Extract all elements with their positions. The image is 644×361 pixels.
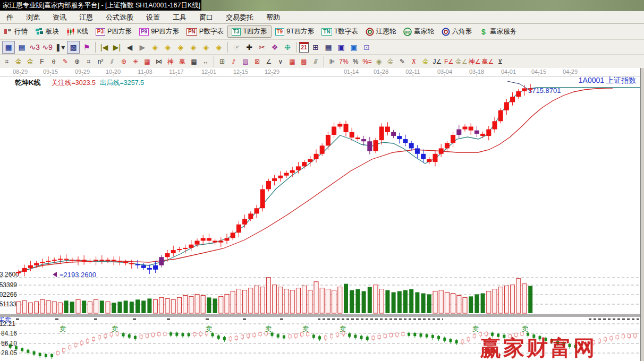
- flag-chart-icon[interactable]: ⚑: [81, 41, 92, 53]
- p9-square-button[interactable]: P99P四方形: [135, 26, 183, 37]
- h-measure-icon[interactable]: ↔: [200, 56, 211, 66]
- shen-tool-icon[interactable]: 神: [165, 56, 176, 66]
- red-circle-cross-icon[interactable]: ⊕: [118, 56, 129, 66]
- diamond-compress-icon[interactable]: ◈: [188, 41, 199, 53]
- diamond-expand-icon[interactable]: ◈: [175, 41, 187, 53]
- grid123-icon[interactable]: ▦: [189, 56, 199, 66]
- quote-button[interactable]: 行情: [0, 26, 31, 37]
- info-document-icon[interactable]: ▤: [16, 41, 28, 53]
- goto-last-icon[interactable]: ▶|: [111, 41, 123, 53]
- menu-item[interactable]: 件: [0, 11, 20, 23]
- hand-drag-icon[interactable]: ☞: [231, 41, 242, 53]
- menu-item[interactable]: 工具: [166, 11, 193, 23]
- gold-angle0-icon[interactable]: 金: [420, 56, 431, 66]
- spiral-icon[interactable]: ⍬: [48, 56, 59, 66]
- press-line-icon[interactable]: ⊼: [409, 56, 419, 66]
- p-square-button[interactable]: P3P四方形: [92, 26, 135, 37]
- percent-icon[interactable]: %: [350, 56, 361, 66]
- menu-item[interactable]: 浏览: [20, 11, 46, 23]
- pen-flame-icon[interactable]: ✎: [397, 56, 408, 66]
- window-grid-icon[interactable]: ▦: [2, 41, 15, 54]
- hash-grid-icon[interactable]: ⌗: [83, 56, 94, 66]
- toolbar-navigation: ▦▤∿3∿9❚▾▩⚑|◀▶|◀▶◈◈◈◈◈◈☞✚✂❖❉21⊞▤▣▣⊡: [0, 40, 644, 55]
- gold-circle-icon[interactable]: ◉: [374, 56, 384, 66]
- blocks-button[interactable]: 板块: [31, 26, 63, 37]
- toolbar-button-label: K线: [77, 27, 88, 36]
- toolbar-button-label: 赢家轮: [414, 27, 434, 36]
- red-star-icon[interactable]: ✳: [130, 56, 141, 66]
- menu-item[interactable]: 帮助: [260, 11, 286, 23]
- t-table-button[interactable]: TNT数字表: [318, 26, 361, 37]
- percent-level-icon[interactable]: %=: [362, 56, 372, 66]
- diamond-shift-left-icon[interactable]: ◈: [149, 41, 161, 53]
- page-back-icon[interactable]: ◀: [124, 41, 135, 53]
- diamond-shift-right-icon[interactable]: ◈: [162, 41, 174, 53]
- red-grid-icon[interactable]: ▦: [142, 56, 152, 66]
- candle-style-dropdown-icon[interactable]: ❚▾: [54, 41, 66, 53]
- hexagon-button[interactable]: 六角形: [438, 26, 476, 37]
- menu-item[interactable]: 公式选股: [99, 11, 140, 23]
- bar-scale-icon[interactable]: ⊫: [327, 56, 337, 66]
- winner-wheel-button[interactable]: Big赢家轮: [400, 26, 438, 37]
- gold-line-icon[interactable]: 金: [385, 56, 396, 66]
- red-lattice-icon[interactable]: ▦: [287, 56, 298, 66]
- scissors-icon[interactable]: ✂: [256, 41, 268, 53]
- menu-item[interactable]: 交易委托: [219, 11, 260, 23]
- calendar-icon[interactable]: 21: [299, 42, 309, 53]
- shen-angle-icon[interactable]: 神∠: [469, 56, 481, 66]
- winner-service-button[interactable]: $赢家服务: [476, 26, 520, 37]
- chart-canvas[interactable]: 卖卖卖卖卖卖卖卖: [0, 68, 640, 361]
- percent-line-icon[interactable]: 7%: [338, 56, 349, 66]
- package-icon[interactable]: ⊡: [361, 41, 372, 53]
- w-angle-icon[interactable]: ⊻: [495, 56, 505, 66]
- grid-tool-icon[interactable]: ⌗: [2, 56, 12, 66]
- pencil-angle-icon[interactable]: ∠: [264, 56, 274, 66]
- n-square-icon[interactable]: n²: [95, 56, 106, 66]
- slash-lines-icon[interactable]: ⫻: [310, 56, 321, 66]
- red-lattice2-icon[interactable]: ▩: [299, 56, 309, 66]
- f-angle-icon[interactable]: F∠: [444, 56, 454, 66]
- wave9-chart-icon[interactable]: ∿9: [41, 41, 53, 53]
- box-lines-icon[interactable]: ⊠: [252, 56, 262, 66]
- page-forward-icon[interactable]: ▶: [137, 41, 148, 53]
- ying-angle-icon[interactable]: 赢∠: [482, 56, 494, 66]
- crosshair-icon[interactable]: ✚: [243, 41, 255, 53]
- menu-item[interactable]: 资讯: [46, 11, 73, 23]
- diamond-zoom-out-icon[interactable]: ◈: [213, 41, 225, 53]
- t9-square-button[interactable]: T99T四方形: [272, 26, 318, 37]
- toolbar-button-label: 赢家服务: [490, 27, 516, 36]
- f-grid-icon[interactable]: F: [37, 56, 47, 66]
- ribbon-tool-icon[interactable]: ❖: [269, 41, 281, 53]
- diamond-zoom-in-icon[interactable]: ◈: [200, 41, 212, 53]
- t-square-button[interactable]: T3T四方形: [227, 25, 272, 38]
- kk-icon[interactable]: ⋈: [154, 56, 164, 66]
- goto-first-icon[interactable]: |◀: [98, 41, 110, 53]
- save-icon[interactable]: ▣: [335, 41, 347, 53]
- check-line-icon[interactable]: ∨: [275, 56, 286, 66]
- circle-cross-icon[interactable]: ⊕: [72, 56, 82, 66]
- wave3-chart-icon[interactable]: ∿3: [29, 41, 40, 53]
- ying-tool-icon[interactable]: 赢: [177, 56, 188, 66]
- kline-button[interactable]: K线: [63, 26, 92, 37]
- overlay-compare-icon[interactable]: ▩: [67, 41, 80, 54]
- ray-fan-icon[interactable]: ⫽: [228, 56, 239, 66]
- menu-item[interactable]: 窗口: [193, 11, 219, 23]
- j-angle-icon[interactable]: J∠: [432, 56, 443, 66]
- oscillator-axis-label: 84.16: [1, 330, 17, 337]
- gold-angle-icon[interactable]: 金∠: [455, 56, 468, 66]
- chart-area[interactable]: 08-2909-1509-2910-2011-0311-1712-0112-15…: [0, 68, 640, 361]
- gold-grid-icon[interactable]: 金: [13, 56, 24, 66]
- fan-box-icon[interactable]: ▨: [240, 56, 251, 66]
- menu-item[interactable]: 江恩: [73, 11, 99, 23]
- gann-wheel-button[interactable]: 江恩轮: [362, 26, 400, 37]
- window-tool-icon[interactable]: ⊞: [217, 56, 227, 66]
- p-table-button[interactable]: PNP数字表: [183, 26, 227, 37]
- notepad-icon[interactable]: ▤: [323, 41, 334, 53]
- angle-a-icon[interactable]: ⫽: [107, 56, 117, 66]
- menu-item[interactable]: 设置: [140, 11, 166, 23]
- brush-icon[interactable]: ✎: [60, 56, 71, 66]
- export-icon[interactable]: ▣: [348, 41, 360, 53]
- gold-grid2-icon[interactable]: 金: [25, 56, 36, 66]
- calculator-icon[interactable]: ⊞: [310, 41, 321, 53]
- network-icon[interactable]: ❉: [282, 41, 293, 53]
